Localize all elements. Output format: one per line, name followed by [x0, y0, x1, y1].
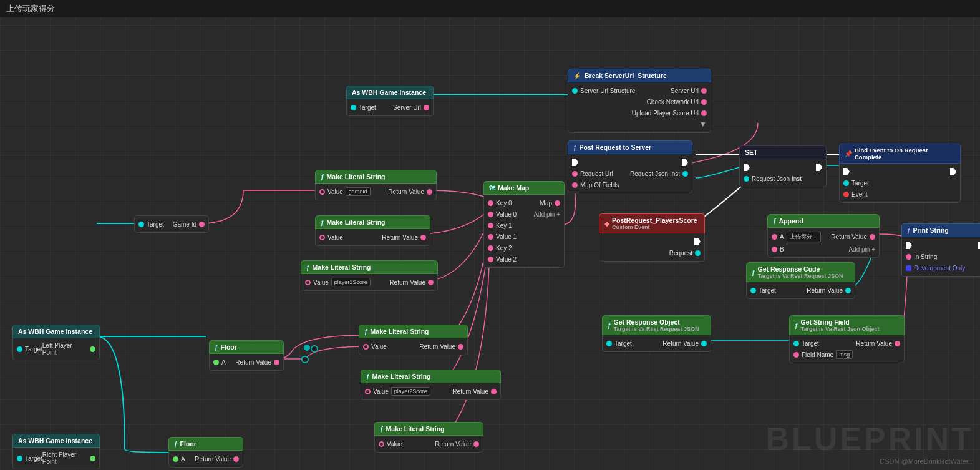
pin-server-url-out	[701, 88, 707, 94]
node-header: ƒ Make Literal String	[315, 170, 437, 184]
node-title: Print String	[913, 227, 949, 234]
node-title: Bind Event to On Request Complete	[855, 147, 955, 160]
pin-target	[138, 222, 144, 227]
node-print-string: ƒ Print String In String Development Onl…	[901, 223, 980, 277]
node-title: Make Literal String	[372, 373, 431, 380]
pin-return	[701, 341, 707, 346]
pin-a	[213, 360, 219, 365]
append-value-a: 上传得分：	[787, 232, 821, 242]
node-row: A上传得分： Return Value	[768, 230, 879, 243]
node-row: ValuegameId Return Value	[316, 186, 436, 197]
node-title: Floor	[221, 343, 237, 351]
node-row: Field Namemsg	[790, 349, 904, 360]
title-bar: 上传玩家得分	[0, 0, 980, 17]
node-body: Key 0 Map Value 0 Add pin + Key 1 Value …	[483, 195, 565, 268]
node-row: Request Url Request Json Inst	[568, 168, 692, 179]
pin-value-in	[379, 441, 384, 447]
node-body: Request Url Request Json Inst Map Of Fie…	[568, 154, 692, 193]
pin-json-inst-out	[682, 171, 688, 177]
node-title: Floor	[180, 440, 196, 448]
pin-val1	[488, 234, 493, 240]
horizontal-divider	[0, 155, 980, 155]
node-subtitle: Target is Va Rest Request JSON	[614, 326, 699, 332]
literal-value: player1Score	[331, 278, 371, 286]
connection-dot-1	[301, 356, 309, 363]
pin-left-player-point	[90, 346, 95, 352]
node-row	[568, 157, 692, 168]
node-row: Value 0 Add pin +	[484, 208, 564, 220]
node-row: Value Return Value	[375, 438, 483, 449]
node-subtitle: Target is Va Rest Request JSON	[758, 273, 843, 279]
node-header: As WBH Game Instance	[346, 86, 434, 99]
node-header: ƒ Make Literal String	[301, 260, 438, 274]
node-header: ƒ Get Response Code Target is Va Rest Re…	[746, 262, 855, 282]
node-row: Valueplayer2Score Return Value	[361, 386, 500, 397]
pin-target	[750, 288, 756, 293]
pin-target	[17, 346, 22, 352]
pin-b	[772, 247, 777, 252]
node-row: Key 0 Map	[484, 197, 564, 208]
literal-value: player2Score	[391, 387, 430, 396]
node-body: Valueplayer1Score Return Value	[301, 274, 438, 291]
node-title: As WBH Game Instance	[352, 89, 426, 96]
pin-json-inst-in	[744, 176, 749, 182]
node-row: Target Return Value	[747, 285, 855, 296]
node-title: As WBH Game Instance	[18, 328, 92, 335]
pin-target	[843, 180, 849, 186]
node-row	[740, 162, 826, 173]
node-title: Get Response Object	[614, 318, 699, 326]
node-header: ƒ Get Response Object Target is Va Rest …	[602, 315, 711, 335]
node-body: Target Right Player Point	[12, 448, 100, 469]
node-get-response-object: ƒ Get Response Object Target is Va Rest …	[602, 315, 711, 352]
pin-return	[427, 189, 432, 195]
pin-return	[845, 288, 851, 293]
node-body: ValuegameId Return Value	[315, 184, 437, 200]
node-row: A Return Value	[169, 453, 243, 464]
node-row: In String	[902, 251, 980, 262]
node-make-literal-gameid: ƒ Make Literal String ValuegameId Return…	[315, 170, 437, 200]
node-row: Value Return Value	[359, 341, 467, 352]
node-body: Target Event	[839, 164, 961, 203]
node-body: Server Url Structure Server Url Check Ne…	[568, 82, 711, 133]
pin-target	[606, 341, 612, 346]
node-row: Value Return Value	[316, 232, 430, 243]
pin-return	[420, 235, 426, 240]
node-title: Get Response Code	[758, 265, 843, 273]
node-row: ▼	[568, 119, 711, 130]
pin-upload-score-url	[701, 110, 707, 116]
node-body: A Return Value	[209, 354, 284, 371]
node-title: Append	[779, 217, 803, 225]
node-header: ⚡ Break ServerUrl_Structure	[568, 69, 711, 82]
node-header: SET	[739, 145, 827, 159]
node-title: Make Literal String	[371, 328, 429, 335]
node-subtitle: Target is Va Rest Json Object	[801, 326, 880, 332]
pin-map-out	[555, 200, 560, 206]
node-body: Target Left Player Point	[12, 338, 100, 360]
pin-target	[351, 105, 356, 110]
node-floor-2: ƒ Floor A Return Value	[168, 437, 243, 468]
node-body: Target Server Url	[346, 99, 434, 116]
node-body: Target Return Value	[602, 335, 711, 352]
pin-key0	[488, 200, 493, 206]
node-body: Target Return Value Field Namemsg	[789, 335, 905, 363]
node-body: Request	[599, 233, 705, 262]
node-header: As WBH Game Instance	[12, 325, 100, 338]
node-title: As WBH Game Instance	[18, 437, 92, 444]
pin-key1	[488, 223, 493, 228]
node-title: Make Map	[498, 184, 529, 192]
node-as-wbh-top: As WBH Game Instance Target Server Url	[346, 86, 434, 116]
field-name-value: msg	[836, 350, 853, 359]
node-row	[599, 236, 704, 247]
node-break-server-url: ⚡ Break ServerUrl_Structure Server Url S…	[568, 69, 711, 133]
node-row: Key 1	[484, 220, 564, 231]
node-make-literal-7: ƒ Make Literal String Value Return Value	[374, 422, 483, 453]
node-body: Target Game Id	[134, 215, 209, 233]
node-body: A上传得分： Return Value B Add pin +	[767, 228, 880, 258]
node-row: Event	[840, 188, 960, 200]
node-header: ƒ Post Request to Server	[568, 140, 692, 154]
node-body: A Return Value	[168, 451, 243, 468]
pin-server-url	[424, 105, 429, 110]
node-set: SET Request Json Inst	[739, 145, 827, 187]
connection-dot-2	[311, 345, 318, 353]
node-row: Target	[840, 177, 960, 188]
